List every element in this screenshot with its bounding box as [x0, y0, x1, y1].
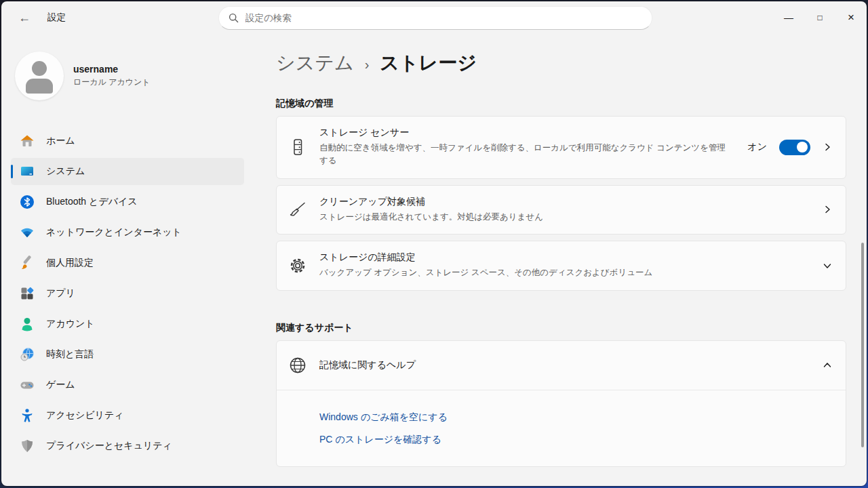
help-card-header[interactable]: 記憶域に関するヘルプ	[277, 341, 846, 390]
sidebar-item-label: プライバシーとセキュリティ	[46, 440, 172, 452]
toggle-knob	[797, 142, 808, 152]
user-name: username	[73, 64, 151, 75]
accounts-icon	[20, 317, 35, 331]
sidebar-item-label: 時刻と言語	[46, 348, 94, 361]
close-button[interactable]: ×	[835, 1, 867, 34]
home-icon	[20, 134, 35, 148]
gear-icon	[288, 256, 319, 275]
page-title: ストレージ	[380, 50, 477, 76]
sidebar-item-accounts[interactable]: アカウント	[11, 310, 244, 338]
help-link-empty-recycle-bin[interactable]: Windows のごみ箱を空にする	[319, 411, 832, 424]
sidebar-item-gaming[interactable]: ゲーム	[11, 371, 244, 399]
sidebar-item-label: ホーム	[46, 135, 75, 147]
broom-icon	[288, 200, 319, 219]
sidebar-item-apps[interactable]: アプリ	[11, 280, 244, 307]
sidebar-item-label: アカウント	[46, 318, 95, 330]
search-input[interactable]	[245, 13, 642, 23]
shield-icon	[20, 439, 35, 453]
scrollbar-thumb[interactable]	[861, 243, 864, 447]
sidebar-item-privacy-security[interactable]: プライバシーとセキュリティ	[11, 432, 244, 460]
sidebar-item-label: ゲーム	[46, 379, 75, 391]
back-button[interactable]: ←	[11, 6, 38, 29]
search-box[interactable]	[218, 6, 652, 30]
sidebar-item-label: 個人用設定	[46, 257, 94, 269]
breadcrumb-separator-icon: ›	[365, 57, 370, 73]
titlebar: ← 設定 — □ ×	[1, 1, 867, 34]
minimize-icon: —	[784, 12, 793, 23]
minimize-button[interactable]: —	[773, 1, 804, 34]
sidebar-item-label: システム	[46, 165, 85, 178]
help-link-check-pc-storage[interactable]: PC のストレージを確認する	[319, 434, 832, 446]
main-content: システム › ストレージ 記憶域の管理 ストレージ センサー 自動的に空き領域を…	[254, 34, 867, 486]
globe-icon	[288, 356, 319, 375]
help-card-title: 記憶域に関するヘルプ	[319, 359, 416, 371]
chevron-right-icon	[823, 205, 832, 214]
bluetooth-icon	[20, 195, 35, 209]
accessibility-person-icon	[20, 408, 35, 423]
apps-icon	[20, 286, 35, 301]
globe-clock-icon	[20, 347, 35, 362]
sidebar-item-network-internet[interactable]: ネットワークとインターネット	[11, 219, 244, 246]
sidebar-item-label: Bluetooth とデバイス	[46, 196, 138, 208]
help-links: Windows のごみ箱を空にする PC のストレージを確認する	[277, 390, 846, 466]
maximize-button[interactable]: □	[804, 1, 835, 34]
sidebar-item-label: アクセシビリティ	[46, 409, 124, 422]
close-icon: ×	[848, 11, 854, 24]
sidebar-item-personalization[interactable]: 個人用設定	[11, 249, 244, 277]
app-title: 設定	[47, 12, 66, 24]
sidebar-nav: ホーム システム Bluetooth とデバイス	[1, 127, 254, 460]
system-icon	[20, 164, 35, 179]
back-arrow-icon: ←	[18, 11, 31, 25]
help-card: 記憶域に関するヘルプ Windows のごみ箱を空にする PC のストレージを確…	[276, 340, 846, 467]
sidebar: username ローカル アカウント ホーム システム	[1, 34, 254, 486]
breadcrumb-parent[interactable]: システム	[276, 50, 354, 76]
cleanup-recommendations-card[interactable]: クリーンアップ対象候補 ストレージは最適化されています。対処は必要ありません	[276, 185, 846, 235]
paintbrush-icon	[20, 256, 35, 270]
network-wifi-icon	[20, 225, 35, 240]
user-account[interactable]: username ローカル アカウント	[15, 52, 254, 100]
advanced-storage-settings-description: バックアップ オプション、ストレージ スペース、その他のディスクおよびボリューム	[319, 266, 767, 279]
sidebar-item-bluetooth-devices[interactable]: Bluetooth とデバイス	[11, 188, 244, 216]
chevron-right-icon	[823, 142, 832, 152]
section-title-related-support: 関連するサポート	[276, 322, 846, 334]
sidebar-item-system[interactable]: システム	[11, 158, 244, 185]
avatar	[15, 52, 64, 100]
sidebar-item-home[interactable]: ホーム	[11, 127, 244, 155]
toggle-state-label: オン	[747, 141, 767, 153]
gamepad-icon	[20, 378, 35, 392]
storage-sense-card[interactable]: ストレージ センサー 自動的に空き領域を増やす、一時ファイルを削除する、ローカル…	[276, 116, 846, 179]
storage-drive-icon	[288, 138, 319, 157]
window-controls: — □ ×	[773, 1, 867, 34]
storage-sense-title: ストレージ センサー	[319, 127, 731, 139]
cleanup-recommendations-title: クリーンアップ対象候補	[319, 196, 806, 208]
cleanup-recommendations-description: ストレージは最適化されています。対処は必要ありません	[319, 211, 767, 224]
chevron-down-icon	[823, 261, 832, 270]
sidebar-item-label: アプリ	[46, 287, 75, 300]
settings-window: ← 設定 — □ × username ローカル アカウント	[1, 1, 867, 486]
breadcrumb: システム › ストレージ	[276, 50, 846, 76]
sidebar-item-label: ネットワークとインターネット	[46, 226, 182, 239]
sidebar-item-accessibility[interactable]: アクセシビリティ	[11, 402, 244, 429]
storage-sense-toggle[interactable]	[779, 140, 810, 155]
section-title-storage-management: 記憶域の管理	[276, 98, 846, 110]
user-account-type: ローカル アカウント	[73, 77, 151, 88]
advanced-storage-settings-card[interactable]: ストレージの詳細設定 バックアップ オプション、ストレージ スペース、その他のデ…	[276, 241, 846, 290]
search-icon	[229, 13, 239, 23]
chevron-up-icon	[823, 361, 832, 370]
storage-sense-description: 自動的に空き領域を増やす、一時ファイルを削除する、ローカルで利用可能なクラウド …	[319, 142, 731, 168]
maximize-icon: □	[817, 13, 822, 22]
sidebar-item-time-language[interactable]: 時刻と言語	[11, 341, 244, 368]
advanced-storage-settings-title: ストレージの詳細設定	[319, 251, 806, 264]
